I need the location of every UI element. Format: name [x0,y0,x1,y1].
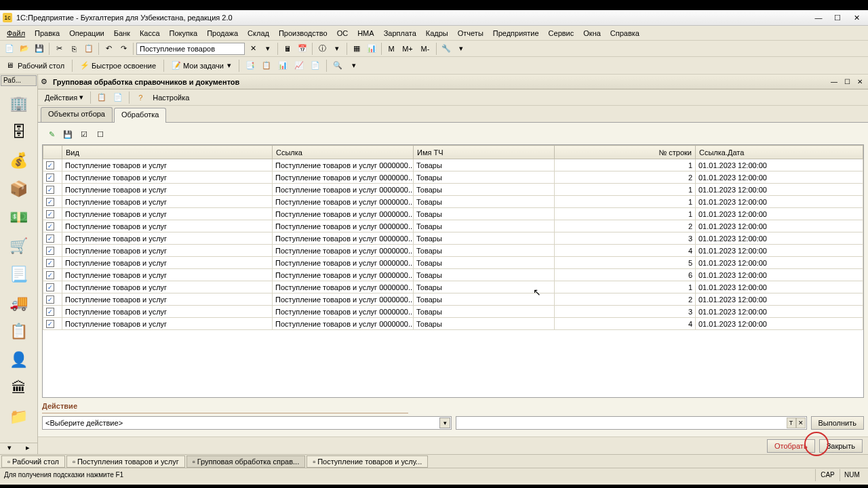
side-cart-icon[interactable]: 🛒 [7,235,31,258]
row-checkbox[interactable]: ✓ [46,198,54,206]
redo-icon[interactable]: ↷ [117,42,130,56]
edit-icon[interactable]: ✎ [45,127,58,141]
table-row[interactable]: ✓Поступление товаров и услугПоступление … [43,306,863,318]
menu-item-6[interactable]: Продажа [203,28,242,39]
doc-close[interactable]: ✕ [854,77,865,87]
table-row[interactable]: ✓Поступление товаров и услугПоступление … [43,196,863,208]
menu-item-5[interactable]: Покупка [165,28,202,39]
taskbar-item-0[interactable]: ▫Рабочий стол [1,455,65,468]
side-truck-icon[interactable]: 🚚 [7,291,31,314]
row-checkbox[interactable]: ✓ [46,210,54,218]
row-checkbox[interactable]: ✓ [46,259,54,267]
side-building2-icon[interactable]: 🏛 [7,377,31,400]
side-arrow-down[interactable]: ▾ [0,443,19,454]
table-row[interactable]: ✓Поступление товаров и услугПоступление … [43,293,863,306]
nav-icon-5[interactable]: 📄 [309,59,322,73]
side-box-icon[interactable]: 📦 [7,178,31,201]
row-checkbox[interactable]: ✓ [46,186,54,194]
col-tch[interactable]: Имя ТЧ [414,146,555,159]
menu-item-12[interactable]: Кадры [422,28,452,39]
row-checkbox[interactable]: ✓ [46,271,54,279]
dropdown-icon[interactable]: ▾ [261,42,275,56]
menu-item-10[interactable]: НМА [353,28,378,39]
side-report-icon[interactable]: 📋 [7,320,31,343]
action-icon-1[interactable]: 📋 [95,91,108,104]
dd3-icon[interactable]: ▾ [454,42,468,56]
save-icon[interactable]: 💾 [33,42,46,56]
desktop-nav[interactable]: 🖥Рабочий стол [3,59,68,73]
row-checkbox[interactable]: ✓ [46,174,54,182]
row-checkbox[interactable]: ✓ [46,161,54,169]
row-checkbox[interactable]: ✓ [46,308,54,316]
side-cash-icon[interactable]: 💵 [7,206,31,229]
grid-icon[interactable]: ▦ [350,42,363,56]
paste-icon[interactable]: 📋 [82,42,96,56]
tab-processing[interactable]: Обработка [114,108,166,123]
side-person-icon[interactable]: 👤 [7,348,31,371]
row-checkbox[interactable]: ✓ [46,320,54,328]
action-select[interactable]: <Выберите действие> ▾ [42,416,452,430]
calc-icon[interactable]: 🖩 [281,42,294,56]
side-money-icon[interactable]: 💰 [7,149,31,172]
col-check[interactable] [43,146,62,159]
info-icon[interactable]: ⓘ [315,42,329,56]
side-building-icon[interactable]: 🏢 [7,92,31,115]
menu-item-11[interactable]: Зарплата [380,28,420,39]
check-all-icon[interactable]: ☑ [77,127,91,141]
close-button[interactable]: ✕ [848,12,865,24]
menu-item-13[interactable]: Отчеты [454,28,488,39]
table-row[interactable]: ✓Поступление товаров и услугПоступление … [43,220,863,232]
menu-item-15[interactable]: Сервис [545,28,578,39]
row-checkbox[interactable]: ✓ [46,235,54,243]
col-link[interactable]: Ссылка [273,146,414,159]
col-vid[interactable]: Вид [62,146,273,159]
select-button[interactable]: Отобрать [767,439,815,453]
type-combo[interactable]: Поступление товаров [136,43,245,55]
cut-icon[interactable]: ✂ [52,42,66,56]
settings-link[interactable]: Настройка [150,91,192,104]
tab-filter-objects[interactable]: Объекты отбора [41,107,113,122]
taskbar-item-3[interactable]: ▫Поступление товаров и услу... [307,455,428,468]
nav-icon-4[interactable]: 📈 [292,59,306,73]
menu-item-16[interactable]: Окна [579,28,605,39]
menu-item-2[interactable]: Операции [65,28,108,39]
table-row[interactable]: ✓Поступление товаров и услугПоступление … [43,171,863,184]
side-safe-icon[interactable]: 🗄 [7,121,31,144]
data-table[interactable]: Вид Ссылка Имя ТЧ № строки Ссылка.Дата ✓… [42,144,864,398]
menu-item-1[interactable]: Правка [31,28,64,39]
doc-minimize[interactable]: — [829,77,840,87]
minimize-button[interactable]: — [810,12,827,24]
row-checkbox[interactable]: ✓ [46,296,54,304]
menu-item-8[interactable]: Производство [275,28,332,39]
chevron-down-icon[interactable]: ▾ [439,418,450,428]
action-value-input[interactable]: T ✕ [456,416,807,430]
input-clear-icon[interactable]: ✕ [796,418,806,428]
wrench-icon[interactable]: 🔧 [439,42,453,56]
m-minus-button[interactable]: М- [417,42,433,56]
new-icon[interactable]: 📄 [3,42,16,56]
input-type-icon[interactable]: T [787,418,796,428]
table-row[interactable]: ✓Поступление товаров и услугПоступление … [43,269,863,281]
menu-item-4[interactable]: Касса [136,28,164,39]
menu-item-7[interactable]: Склад [243,28,273,39]
maximize-button[interactable]: ☐ [829,12,846,24]
side-arrow-right[interactable]: ▸ [19,443,38,454]
row-checkbox[interactable]: ✓ [46,247,54,255]
menu-item-0[interactable]: Файл [3,28,29,39]
nav-icon-1[interactable]: 📑 [243,59,257,73]
table-row[interactable]: ✓Поступление товаров и услугПоступление … [43,184,863,196]
execute-button[interactable]: Выполнить [811,416,864,430]
analysis-icon[interactable]: 📊 [365,42,378,56]
quick-nav[interactable]: ⚡Быстрое освоение [77,59,159,73]
menu-item-9[interactable]: ОС [333,28,353,39]
m-plus-button[interactable]: М+ [399,42,416,56]
table-row[interactable]: ✓Поступление товаров и услугПоступление … [43,208,863,220]
sidebar-tab[interactable]: Раб... [1,75,37,86]
nav-icon-2[interactable]: 📋 [260,59,273,73]
table-row[interactable]: ✓Поступление товаров и услугПоступление … [43,245,863,257]
side-doc-icon[interactable]: 📃 [7,263,31,286]
action-icon-2[interactable]: 📄 [111,91,125,104]
dd2-icon[interactable]: ▾ [330,42,344,56]
menu-item-3[interactable]: Банк [110,28,134,39]
menu-item-17[interactable]: Справка [606,28,644,39]
